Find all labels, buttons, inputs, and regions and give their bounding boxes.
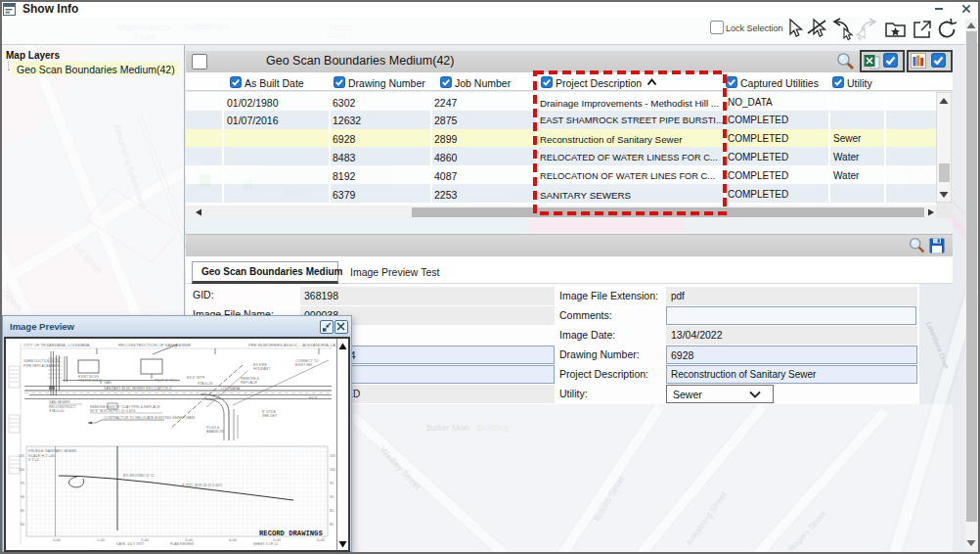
svg-text:EX 6" WTR: EX 6" WTR	[187, 376, 205, 380]
svg-text:95: 95	[330, 482, 334, 485]
svg-text:EX GROUND @ CL: EX GROUND @ CL	[123, 474, 155, 478]
svg-text:PLAN REVIEW: PLAN REVIEW	[170, 542, 195, 546]
svg-text:80: 80	[330, 523, 334, 527]
svg-text:STA 4+20: STA 4+20	[198, 382, 213, 386]
svg-text:RECORD DRAWINGS: RECORD DRAWINGS	[259, 530, 323, 537]
svg-text:EX 8": EX 8"	[309, 396, 319, 400]
svg-text:100: 100	[330, 468, 335, 472]
svg-text:SCALE: H 1"=30': SCALE: H 1"=30'	[28, 454, 56, 458]
svg-text:90: 90	[21, 495, 24, 499]
svg-text:EXIST MH: EXIST MH	[295, 363, 312, 367]
svg-text:PROP 8" PVC: PROP 8" PVC	[155, 379, 177, 383]
svg-text:REPLACE: REPLACE	[241, 381, 257, 385]
svg-text:CONTRACTOR TO RELOCATE EXISTIN: CONTRACTOR TO RELOCATE EXISTING SEWER MA…	[104, 416, 196, 420]
svg-text:RECONSTRUCTION OF SAN. SEWER: RECONSTRUCTION OF SAN. SEWER	[118, 343, 191, 347]
svg-text:RECONSTRUCT: RECONSTRUCT	[49, 405, 76, 409]
svg-text:6+00: 6+00	[317, 538, 325, 542]
svg-text:SAN SEWER: SAN SEWER	[49, 400, 70, 404]
svg-text:W/ 8" SDR-26 PVC @ 0.40%: W/ 8" SDR-26 PVC @ 0.40%	[90, 409, 136, 413]
svg-text:SHEET 3 OF 12: SHEET 3 OF 12	[253, 542, 278, 546]
svg-text:SEE DET: SEE DET	[262, 414, 278, 418]
svg-text:ABANDON: ABANDON	[206, 430, 224, 434]
svg-text:CITY OF TEXARKANA, LOUISIANA: CITY OF TEXARKANA, LOUISIANA	[23, 343, 90, 347]
svg-text:PROFILE: SANITARY SEWER: PROFILE: SANITARY SEWER	[28, 449, 77, 453]
svg-text:V 1"=5': V 1"=5'	[28, 458, 40, 462]
svg-text:FIN FLR 101.2: FIN FLR 101.2	[78, 379, 102, 383]
svg-text:105: 105	[330, 454, 335, 458]
svg-text:1+00: 1+00	[97, 538, 105, 542]
svg-text:95: 95	[21, 482, 24, 485]
svg-text:80: 80	[21, 523, 24, 527]
svg-text:85: 85	[21, 509, 24, 513]
svg-text:LOUISIANA: LOUISIANA	[221, 387, 241, 391]
svg-text:HYDRANT: HYDRANT	[253, 367, 271, 371]
svg-text:85: 85	[330, 509, 334, 513]
svg-text:STA 0+00: STA 0+00	[49, 409, 65, 413]
svg-text:PIPE REPLACEMENT: PIPE REPLACEMENT	[23, 364, 60, 368]
svg-text:4+00: 4+00	[229, 538, 237, 542]
svg-text:PRE McMORRIES ASSOC. - ALEXAND: PRE McMORRIES ASSOC. - ALEXANDRIA, LA	[248, 343, 335, 347]
svg-text:50MM DUCTILE IRON: 50MM DUCTILE IRON	[23, 359, 60, 363]
svg-text:DATE: JULY 1977: DATE: JULY 1977	[116, 542, 144, 546]
svg-text:8" SAN: 8" SAN	[100, 381, 111, 385]
svg-text:SANITARY BLVD SEWER RELOCATION: SANITARY BLVD SEWER RELOCATION 4"	[104, 387, 173, 391]
svg-text:0+00: 0+00	[53, 538, 61, 542]
svg-text:105: 105	[19, 454, 24, 458]
svg-text:90: 90	[330, 495, 334, 499]
svg-text:100: 100	[19, 468, 24, 472]
